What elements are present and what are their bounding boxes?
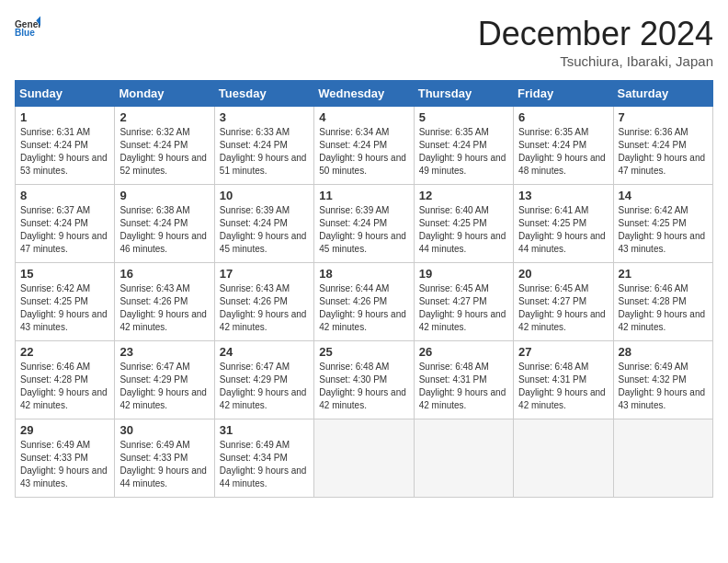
title-area: December 2024 Tsuchiura, Ibaraki, Japan <box>478 15 713 69</box>
calendar-cell: 30Sunrise: 6:49 AMSunset: 4:33 PMDayligh… <box>115 419 214 498</box>
svg-text:Blue: Blue <box>15 28 35 38</box>
day-number: 1 <box>20 110 109 124</box>
logo: General Blue <box>15 15 40 40</box>
day-number: 25 <box>319 345 408 359</box>
day-number: 24 <box>220 345 309 359</box>
day-info: Sunrise: 6:48 AMSunset: 4:31 PMDaylight:… <box>518 361 608 412</box>
col-sunday: Sunday <box>16 81 115 107</box>
calendar-cell: 20Sunrise: 6:45 AMSunset: 4:27 PMDayligh… <box>514 263 613 341</box>
calendar-cell: 29Sunrise: 6:49 AMSunset: 4:33 PMDayligh… <box>16 419 115 498</box>
calendar-cell: 23Sunrise: 6:47 AMSunset: 4:29 PMDayligh… <box>115 341 214 419</box>
day-number: 6 <box>518 110 608 124</box>
day-info: Sunrise: 6:48 AMSunset: 4:31 PMDaylight:… <box>419 361 508 412</box>
day-number: 28 <box>619 345 708 359</box>
day-info: Sunrise: 6:42 AMSunset: 4:25 PMDaylight:… <box>20 282 109 334</box>
day-number: 8 <box>20 189 109 202</box>
day-number: 10 <box>220 189 309 202</box>
day-info: Sunrise: 6:47 AMSunset: 4:29 PMDaylight:… <box>220 361 309 412</box>
day-info: Sunrise: 6:40 AMSunset: 4:25 PMDaylight:… <box>419 204 508 256</box>
day-number: 11 <box>319 189 408 202</box>
col-tuesday: Tuesday <box>214 81 313 107</box>
calendar-week: 22Sunrise: 6:46 AMSunset: 4:28 PMDayligh… <box>16 341 713 419</box>
day-info: Sunrise: 6:36 AMSunset: 4:24 PMDaylight:… <box>619 126 708 178</box>
calendar-cell <box>314 419 414 498</box>
day-number: 19 <box>419 267 508 281</box>
day-number: 26 <box>419 345 508 359</box>
day-info: Sunrise: 6:38 AMSunset: 4:24 PMDaylight:… <box>119 204 209 256</box>
day-number: 7 <box>619 110 708 124</box>
day-info: Sunrise: 6:33 AMSunset: 4:24 PMDaylight:… <box>220 126 309 178</box>
day-info: Sunrise: 6:35 AMSunset: 4:24 PMDaylight:… <box>419 126 508 178</box>
day-number: 3 <box>220 110 309 124</box>
calendar-cell: 28Sunrise: 6:49 AMSunset: 4:32 PMDayligh… <box>613 341 712 419</box>
day-info: Sunrise: 6:35 AMSunset: 4:24 PMDaylight:… <box>518 126 608 178</box>
day-info: Sunrise: 6:44 AMSunset: 4:26 PMDaylight:… <box>319 282 408 334</box>
calendar-cell: 4Sunrise: 6:34 AMSunset: 4:24 PMDaylight… <box>314 107 414 185</box>
day-number: 30 <box>119 423 209 437</box>
day-number: 22 <box>20 345 109 359</box>
day-number: 27 <box>518 345 608 359</box>
calendar-cell: 18Sunrise: 6:44 AMSunset: 4:26 PMDayligh… <box>314 263 414 341</box>
calendar-cell <box>414 419 513 498</box>
day-info: Sunrise: 6:49 AMSunset: 4:33 PMDaylight:… <box>20 439 109 490</box>
day-number: 17 <box>220 267 309 281</box>
day-info: Sunrise: 6:46 AMSunset: 4:28 PMDaylight:… <box>20 361 109 412</box>
day-info: Sunrise: 6:48 AMSunset: 4:30 PMDaylight:… <box>319 361 408 412</box>
col-thursday: Thursday <box>414 81 513 107</box>
col-monday: Monday <box>115 81 214 107</box>
calendar-cell <box>613 419 712 498</box>
day-number: 2 <box>119 110 209 124</box>
page-header: General Blue December 2024 Tsuchiura, Ib… <box>15 15 713 69</box>
header-row: Sunday Monday Tuesday Wednesday Thursday… <box>16 81 713 107</box>
day-number: 12 <box>419 189 508 202</box>
day-number: 31 <box>220 423 309 437</box>
calendar-cell: 8Sunrise: 6:37 AMSunset: 4:24 PMDaylight… <box>16 185 115 263</box>
calendar-body: 1Sunrise: 6:31 AMSunset: 4:24 PMDaylight… <box>16 107 713 498</box>
calendar-week: 15Sunrise: 6:42 AMSunset: 4:25 PMDayligh… <box>16 263 713 341</box>
month-title: December 2024 <box>478 15 713 53</box>
calendar-cell: 22Sunrise: 6:46 AMSunset: 4:28 PMDayligh… <box>16 341 115 419</box>
col-wednesday: Wednesday <box>314 81 414 107</box>
location: Tsuchiura, Ibaraki, Japan <box>478 53 713 69</box>
day-number: 13 <box>518 189 608 202</box>
calendar-cell: 13Sunrise: 6:41 AMSunset: 4:25 PMDayligh… <box>514 185 613 263</box>
day-info: Sunrise: 6:41 AMSunset: 4:25 PMDaylight:… <box>518 204 608 256</box>
calendar-cell: 11Sunrise: 6:39 AMSunset: 4:24 PMDayligh… <box>314 185 414 263</box>
calendar-cell: 14Sunrise: 6:42 AMSunset: 4:25 PMDayligh… <box>613 185 712 263</box>
calendar-cell: 2Sunrise: 6:32 AMSunset: 4:24 PMDaylight… <box>115 107 214 185</box>
day-info: Sunrise: 6:37 AMSunset: 4:24 PMDaylight:… <box>20 204 109 256</box>
day-number: 21 <box>619 267 708 281</box>
calendar-cell: 16Sunrise: 6:43 AMSunset: 4:26 PMDayligh… <box>115 263 214 341</box>
day-info: Sunrise: 6:45 AMSunset: 4:27 PMDaylight:… <box>419 282 508 334</box>
day-info: Sunrise: 6:46 AMSunset: 4:28 PMDaylight:… <box>619 282 708 334</box>
day-number: 23 <box>119 345 209 359</box>
day-info: Sunrise: 6:49 AMSunset: 4:32 PMDaylight:… <box>619 361 708 412</box>
day-number: 14 <box>619 189 708 202</box>
calendar-cell: 24Sunrise: 6:47 AMSunset: 4:29 PMDayligh… <box>214 341 313 419</box>
calendar-cell: 27Sunrise: 6:48 AMSunset: 4:31 PMDayligh… <box>514 341 613 419</box>
day-number: 4 <box>319 110 408 124</box>
calendar-cell: 15Sunrise: 6:42 AMSunset: 4:25 PMDayligh… <box>16 263 115 341</box>
calendar-cell: 25Sunrise: 6:48 AMSunset: 4:30 PMDayligh… <box>314 341 414 419</box>
day-number: 29 <box>20 423 109 437</box>
col-saturday: Saturday <box>613 81 712 107</box>
day-info: Sunrise: 6:43 AMSunset: 4:26 PMDaylight:… <box>119 282 209 334</box>
calendar-cell: 17Sunrise: 6:43 AMSunset: 4:26 PMDayligh… <box>214 263 313 341</box>
day-info: Sunrise: 6:32 AMSunset: 4:24 PMDaylight:… <box>119 126 209 178</box>
calendar-cell: 19Sunrise: 6:45 AMSunset: 4:27 PMDayligh… <box>414 263 513 341</box>
calendar-cell: 10Sunrise: 6:39 AMSunset: 4:24 PMDayligh… <box>214 185 313 263</box>
day-number: 20 <box>518 267 608 281</box>
day-info: Sunrise: 6:49 AMSunset: 4:33 PMDaylight:… <box>119 439 209 490</box>
day-number: 9 <box>119 189 209 202</box>
day-info: Sunrise: 6:43 AMSunset: 4:26 PMDaylight:… <box>220 282 309 334</box>
day-info: Sunrise: 6:39 AMSunset: 4:24 PMDaylight:… <box>319 204 408 256</box>
calendar-cell: 21Sunrise: 6:46 AMSunset: 4:28 PMDayligh… <box>613 263 712 341</box>
day-info: Sunrise: 6:34 AMSunset: 4:24 PMDaylight:… <box>319 126 408 178</box>
day-number: 18 <box>319 267 408 281</box>
day-info: Sunrise: 6:31 AMSunset: 4:24 PMDaylight:… <box>20 126 109 178</box>
day-number: 15 <box>20 267 109 281</box>
calendar-cell: 6Sunrise: 6:35 AMSunset: 4:24 PMDaylight… <box>514 107 613 185</box>
day-number: 16 <box>119 267 209 281</box>
calendar-cell <box>514 419 613 498</box>
calendar-week: 1Sunrise: 6:31 AMSunset: 4:24 PMDaylight… <box>16 107 713 185</box>
